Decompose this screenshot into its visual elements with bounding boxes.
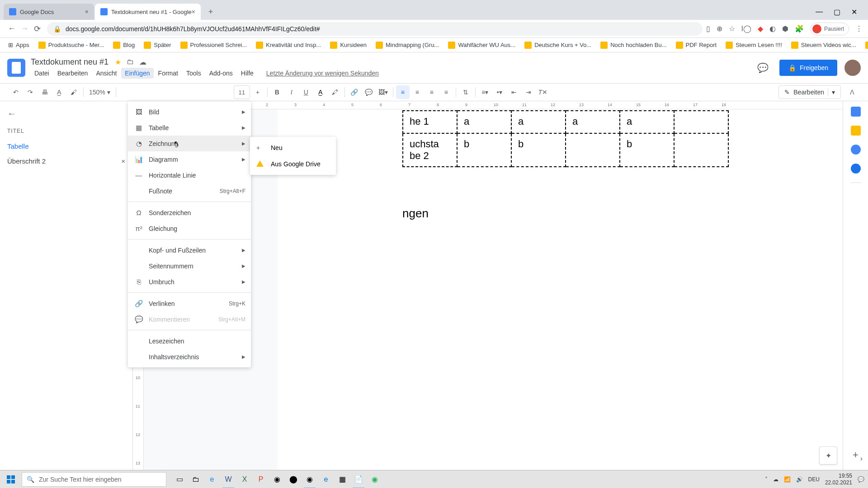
browser-tab[interactable]: Google Docs × — [4, 4, 94, 20]
insert-menu-item[interactable]: Kopf- und Fußzeilen▶ — [128, 242, 251, 258]
notifications-icon[interactable]: 💬 — [858, 476, 864, 483]
bookmark-item[interactable]: Mindmapping (Gru... — [373, 40, 442, 51]
keep-icon[interactable] — [851, 126, 861, 136]
taskbar-search[interactable]: 🔍 Zur Suche Text hier eingeben — [22, 472, 166, 487]
ext1-icon[interactable]: I◯ — [741, 24, 751, 33]
cloud-status-icon[interactable]: ☁ — [139, 58, 146, 66]
insert-menu-item[interactable]: —Horizontale Linie — [128, 167, 251, 183]
comment-button[interactable]: 💬 — [362, 85, 376, 99]
align-right-button[interactable]: ≡ — [425, 85, 439, 99]
table-cell[interactable]: a — [457, 111, 511, 133]
insert-menu-item[interactable]: Lesezeichen — [128, 333, 251, 349]
edge-icon[interactable]: e — [318, 470, 334, 488]
insert-menu-item[interactable]: 🔗VerlinkenStrg+K — [128, 296, 251, 311]
search-ext-icon[interactable]: ⊕ — [717, 24, 722, 33]
tray-chevron-icon[interactable]: ˄ — [765, 476, 768, 483]
minimize-icon[interactable]: — — [816, 8, 823, 16]
bookmark-item[interactable]: Steuern Videos wic... — [788, 40, 859, 51]
extensions-icon[interactable]: 🧩 — [795, 24, 804, 33]
italic-button[interactable]: I — [285, 85, 298, 99]
cast-icon[interactable]: ▯ — [706, 24, 710, 33]
bookmark-item[interactable]: Deutsche Kurs + Vo... — [522, 40, 594, 51]
document-title[interactable]: Textdokument neu #1 — [31, 57, 108, 67]
bookmark-item[interactable]: Blog — [110, 40, 137, 51]
spellcheck-button[interactable]: A̲ — [52, 85, 66, 99]
forward-button[interactable]: → — [18, 23, 31, 35]
last-change-link[interactable]: Letzte Änderung vor wenigen Sekunden — [263, 68, 382, 79]
font-size-decrease[interactable] — [219, 85, 233, 99]
outline-back-button[interactable]: ← — [7, 108, 125, 119]
submenu-from-drive[interactable]: Aus Google Drive — [250, 156, 336, 172]
align-justify-button[interactable]: ≡ — [439, 85, 453, 99]
bookmark-item[interactable]: Später — [141, 40, 174, 51]
obs-icon[interactable]: ⬤ — [286, 470, 301, 488]
decrease-indent-button[interactable]: ⇤ — [507, 85, 521, 99]
insert-menu-item[interactable]: π²Gleichung — [128, 221, 251, 236]
wifi-icon[interactable]: 📶 — [784, 476, 791, 483]
contacts-icon[interactable] — [851, 164, 861, 174]
align-left-button[interactable]: ≡ — [396, 85, 410, 99]
insert-menu-item[interactable]: 🖼Bild▶ — [128, 104, 251, 120]
menu-tools[interactable]: Tools — [183, 68, 205, 79]
document-table[interactable]: he 1 a a a a uchsta be 2 b b b — [402, 110, 729, 167]
bookmark-item[interactable]: Noch hochladen Bu... — [598, 40, 669, 51]
add-addon-button[interactable]: + — [853, 449, 859, 461]
table-cell[interactable]: a — [566, 111, 620, 133]
redo-button[interactable]: ↷ — [24, 85, 37, 99]
back-button[interactable]: ← — [5, 23, 18, 35]
text-color-button[interactable]: A̲ — [314, 85, 327, 99]
font-size-increase[interactable]: + — [251, 85, 264, 99]
link-button[interactable]: 🔗 — [348, 85, 361, 99]
zoom-select[interactable]: 150% ▾ — [86, 89, 113, 96]
excel-icon[interactable]: X — [237, 470, 252, 488]
profile-paused[interactable]: Pausiert — [810, 23, 849, 35]
align-center-button[interactable]: ≡ — [410, 85, 424, 99]
close-icon[interactable]: × — [85, 8, 89, 15]
insert-menu-item[interactable]: ΩSonderzeichen — [128, 205, 251, 221]
insert-menu-item[interactable]: Inhaltsverzeichnis▶ — [128, 349, 251, 365]
table-cell[interactable] — [674, 133, 728, 167]
bookmark-item[interactable]: Kreativität und Insp... — [253, 40, 324, 51]
ext2-icon[interactable]: ◆ — [758, 24, 763, 33]
table-cell[interactable]: b — [620, 133, 674, 167]
outline-item[interactable]: Tabelle — [7, 139, 125, 154]
menu-icon[interactable]: ⋮ — [855, 24, 863, 33]
insert-menu-item[interactable]: ⎘Umbruch▶ — [128, 274, 251, 290]
outline-item[interactable]: Überschrift 2 × — [7, 154, 125, 169]
move-icon[interactable]: 🗀 — [127, 58, 134, 66]
task-view-icon[interactable]: ▭ — [172, 470, 187, 488]
undo-button[interactable]: ↶ — [9, 85, 23, 99]
insert-menu-item[interactable]: Seitennummern▶ — [128, 258, 251, 274]
user-avatar[interactable] — [844, 60, 861, 76]
highlight-button[interactable]: 🖍 — [328, 85, 342, 99]
ext4-icon[interactable]: ⬢ — [782, 24, 788, 33]
docs-logo-icon[interactable] — [7, 59, 25, 77]
reload-button[interactable]: ⟳ — [31, 23, 43, 35]
app-icon[interactable]: ▦ — [335, 470, 350, 488]
menu-addons[interactable]: Add-ons — [206, 68, 236, 79]
table-cell[interactable]: he 1 — [403, 111, 457, 133]
menu-ansicht[interactable]: Ansicht — [92, 68, 120, 79]
paint-format-button[interactable]: 🖌 — [67, 85, 80, 99]
star-icon[interactable]: ☆ — [729, 24, 735, 33]
submenu-new[interactable]: + Neu — [250, 140, 336, 156]
bookmark-item[interactable]: Kursideen — [327, 40, 369, 51]
volume-icon[interactable]: 🔊 — [796, 476, 803, 483]
table-cell[interactable]: b — [457, 133, 511, 167]
insert-menu-item[interactable]: 📊Diagramm▶ — [128, 151, 251, 167]
new-tab-button[interactable]: + — [204, 5, 217, 18]
collapse-toolbar-button[interactable]: ᐱ — [845, 85, 859, 99]
increase-indent-button[interactable]: ⇥ — [522, 85, 535, 99]
app-icon[interactable]: ◉ — [269, 470, 285, 488]
menu-datei[interactable]: Datei — [31, 68, 53, 79]
bookmark-item[interactable]: Wahlfächer WU Aus... — [445, 40, 518, 51]
image-button[interactable]: 🖼▾ — [377, 85, 390, 99]
bookmark-item[interactable]: Produktsuche - Mer... — [36, 40, 107, 51]
table-cell[interactable] — [674, 111, 728, 133]
table-cell[interactable]: a — [620, 111, 674, 133]
clock[interactable]: 19:55 22.02.2021 — [825, 473, 852, 486]
cloud-icon[interactable]: ☁ — [773, 476, 778, 483]
bookmark-item[interactable]: PDF Report — [673, 40, 720, 51]
language-indicator[interactable]: DEU — [808, 476, 820, 483]
share-button[interactable]: 🔒 Freigeben — [779, 60, 837, 76]
